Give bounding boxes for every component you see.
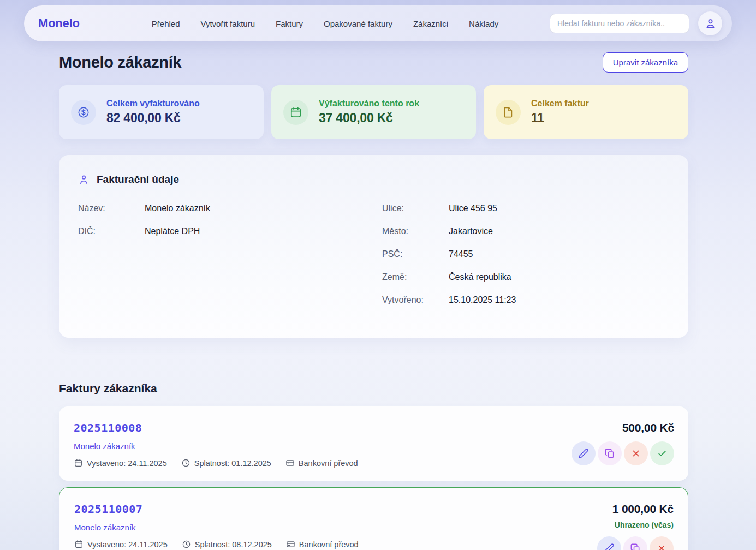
- nav-links: Přehled Vytvořit fakturu Faktury Opakova…: [152, 19, 499, 28]
- invoice-issued: Vystaveno: 24.11.2025: [74, 458, 167, 468]
- field-ulice: Ulice: Ulice 456 95: [382, 204, 669, 213]
- invoice-due: Splatnost: 01.12.2025: [181, 458, 271, 468]
- check-icon: [657, 448, 668, 459]
- invoice-right: 1 000,00 Kč Uhrazeno (včas): [597, 503, 674, 550]
- credit-card-icon: [286, 540, 295, 549]
- invoice-issued: Vystaveno: 24.11.2025: [74, 540, 168, 549]
- edit-invoice-button[interactable]: [597, 536, 621, 550]
- calendar-icon: [74, 540, 84, 549]
- dollar-circle-icon: [71, 100, 96, 125]
- billing-info-card: Fakturační údaje Název: Monelo zákazník …: [59, 155, 688, 338]
- billing-fields: Název: Monelo zákazník DIČ: Neplátce DPH…: [78, 204, 669, 318]
- delete-invoice-button[interactable]: [650, 536, 674, 550]
- x-icon: [657, 543, 666, 550]
- calendar-icon: [74, 458, 83, 468]
- invoice-meta: Vystaveno: 24.11.2025 Splatnost: 01.12.2…: [74, 458, 358, 468]
- nav-item-prehled[interactable]: Přehled: [152, 19, 180, 28]
- pencil-icon: [604, 543, 615, 550]
- invoice-due: Splatnost: 08.12.2025: [182, 540, 272, 549]
- invoice-customer-link[interactable]: Monelo zákazník: [74, 441, 358, 451]
- nav-item-vytvorit-fakturu[interactable]: Vytvořit fakturu: [201, 19, 255, 28]
- edit-customer-button[interactable]: Upravit zákazníka: [603, 52, 688, 73]
- billing-card-header: Fakturační údaje: [78, 174, 669, 186]
- copy-icon: [604, 448, 615, 459]
- invoice-amount: 500,00 Kč: [622, 421, 674, 434]
- page-title: Monelo zákazník: [59, 53, 181, 71]
- invoice-amount: 1 000,00 Kč: [612, 503, 674, 516]
- invoice-row[interactable]: 2025110008 Monelo zákazník Vystaveno: 24…: [59, 406, 688, 481]
- pencil-icon: [578, 448, 589, 459]
- page-head: Monelo zákazník Upravit zákazníka: [59, 52, 688, 73]
- nav-item-naklady[interactable]: Náklady: [469, 19, 498, 28]
- stat-label: Výfakturováno tento rok: [319, 99, 419, 109]
- calendar-icon: [283, 100, 308, 125]
- nav-item-zakaznici[interactable]: Zákazníci: [413, 19, 448, 28]
- clock-icon: [181, 458, 191, 468]
- invoice-actions: [597, 536, 674, 550]
- person-icon: [704, 17, 717, 30]
- invoice-actions: [572, 441, 674, 465]
- stat-invoiced-this-year: Výfakturováno tento rok 37 400,00 Kč: [271, 85, 476, 139]
- invoice-right: 500,00 Kč: [572, 421, 674, 468]
- stat-label: Celkem vyfakturováno: [106, 99, 200, 109]
- section-divider: [59, 360, 688, 360]
- copy-icon: [630, 543, 641, 550]
- field-psc: PSČ: 74455: [382, 249, 669, 259]
- invoice-customer-link[interactable]: Monelo zákazník: [74, 523, 359, 532]
- copy-invoice-button[interactable]: [598, 441, 622, 465]
- stat-value: 11: [531, 111, 589, 125]
- invoice-left: 2025110007 Monelo zákazník Vystaveno: 24…: [74, 503, 359, 550]
- stat-total-invoiced: Celkem vyfakturováno 82 400,00 Kč: [59, 85, 264, 139]
- document-icon: [496, 100, 521, 125]
- app-logo[interactable]: Monelo: [38, 16, 80, 31]
- user-avatar[interactable]: [698, 11, 722, 35]
- invoice-payment-method: Bankovní převod: [285, 458, 358, 468]
- invoice-meta: Vystaveno: 24.11.2025 Splatnost: 08.12.2…: [74, 540, 359, 549]
- stat-label: Celkem faktur: [531, 99, 589, 109]
- x-icon: [631, 449, 641, 458]
- stat-value: 37 400,00 Kč: [319, 111, 419, 125]
- field-dic: DIČ: Neplátce DPH: [78, 226, 382, 236]
- stat-total-invoices: Celkem faktur 11: [484, 85, 688, 139]
- search-input[interactable]: [550, 14, 689, 33]
- field-vytvoreno: Vytvořeno: 15.10.2025 11:23: [382, 295, 669, 305]
- stat-value: 82 400,00 Kč: [106, 111, 200, 125]
- invoice-payment-method: Bankovní převod: [286, 540, 359, 549]
- billing-card-title: Fakturační údaje: [97, 174, 179, 186]
- field-nazev: Název: Monelo zákazník: [78, 204, 382, 213]
- billing-left-column: Název: Monelo zákazník DIČ: Neplátce DPH: [78, 204, 382, 318]
- invoice-left: 2025110008 Monelo zákazník Vystaveno: 24…: [74, 421, 358, 468]
- edit-invoice-button[interactable]: [572, 441, 596, 465]
- invoices-section-title: Faktury zákazníka: [59, 382, 688, 395]
- invoice-status-badge: Uhrazeno (včas): [615, 521, 674, 529]
- person-icon: [78, 174, 90, 186]
- field-mesto: Město: Jakartovice: [382, 226, 669, 236]
- nav-item-faktury[interactable]: Faktury: [276, 19, 303, 28]
- field-zeme: Země: Česká republika: [382, 272, 669, 282]
- credit-card-icon: [285, 458, 295, 468]
- mark-paid-button[interactable]: [650, 441, 674, 465]
- stat-cards: Celkem vyfakturováno 82 400,00 Kč Výfakt…: [59, 85, 688, 139]
- invoice-row-paid[interactable]: 2025110007 Monelo zákazník Vystaveno: 24…: [59, 487, 688, 550]
- top-nav: Monelo Přehled Vytvořit fakturu Faktury …: [24, 5, 732, 41]
- clock-icon: [182, 540, 191, 549]
- delete-invoice-button[interactable]: [624, 441, 648, 465]
- copy-invoice-button[interactable]: [623, 536, 647, 550]
- billing-right-column: Ulice: Ulice 456 95 Město: Jakartovice P…: [382, 204, 669, 318]
- page-content: Monelo zákazník Upravit zákazníka Celkem…: [59, 52, 688, 550]
- invoice-number[interactable]: 2025110007: [74, 503, 359, 516]
- invoice-number[interactable]: 2025110008: [74, 421, 358, 434]
- nav-item-opakovane-faktury[interactable]: Opakované faktury: [324, 19, 392, 28]
